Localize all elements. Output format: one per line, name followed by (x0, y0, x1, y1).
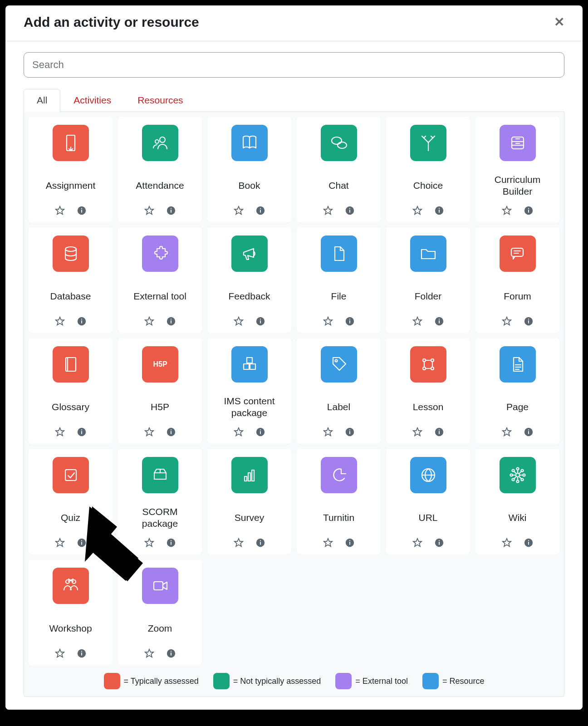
info-icon[interactable] (255, 427, 265, 437)
tab-all[interactable]: All (24, 89, 60, 112)
star-icon[interactable] (144, 538, 154, 548)
info-icon[interactable] (166, 206, 176, 216)
svg-rect-102 (171, 652, 172, 655)
svg-rect-86 (349, 542, 350, 544)
activity-url[interactable]: URL (386, 449, 470, 554)
activity-survey[interactable]: Survey (207, 449, 291, 554)
info-icon[interactable] (434, 427, 444, 437)
star-icon[interactable] (55, 538, 65, 548)
activity-h5p[interactable]: H5P (118, 338, 202, 443)
info-icon[interactable] (77, 206, 87, 216)
star-icon[interactable] (144, 648, 154, 658)
info-icon[interactable] (166, 427, 176, 437)
info-icon[interactable] (345, 206, 355, 216)
activity-label: Survey (234, 502, 265, 533)
activity-grid-container: AssignmentAttendanceBookChatChoiceCurric… (24, 112, 564, 697)
activity-chat[interactable]: Chat (297, 117, 381, 222)
info-icon[interactable] (166, 316, 176, 326)
star-icon[interactable] (234, 316, 244, 326)
info-icon[interactable] (345, 538, 355, 548)
activity-zoom[interactable]: Zoom (118, 559, 202, 665)
activity-book[interactable]: Book (207, 117, 291, 222)
star-icon[interactable] (144, 316, 154, 326)
activity-assignment[interactable]: Assignment (29, 117, 113, 222)
star-icon[interactable] (55, 206, 65, 216)
star-icon[interactable] (234, 538, 244, 548)
svg-rect-82 (260, 542, 261, 544)
star-icon[interactable] (234, 206, 244, 216)
tab-resources[interactable]: Resources (124, 89, 196, 112)
activity-wiki[interactable]: Wiki (475, 449, 559, 554)
info-icon[interactable] (345, 427, 355, 437)
info-icon[interactable] (77, 648, 87, 658)
activity-quiz[interactable]: Quiz (29, 449, 113, 554)
modal-title: Add an activity or resource (24, 15, 199, 30)
star-icon[interactable] (412, 316, 422, 326)
star-icon[interactable] (323, 206, 333, 216)
search-input[interactable] (24, 52, 564, 78)
info-icon[interactable] (166, 538, 176, 548)
info-icon[interactable] (434, 316, 444, 326)
info-icon[interactable] (255, 316, 265, 326)
tab-activities[interactable]: Activities (60, 89, 124, 112)
activity-attendance[interactable]: Attendance (118, 117, 202, 222)
svg-rect-43 (439, 319, 440, 320)
star-icon[interactable] (412, 538, 422, 548)
info-icon[interactable] (255, 206, 265, 216)
svg-marker-12 (323, 206, 332, 214)
star-icon[interactable] (323, 316, 333, 326)
activity-choice[interactable]: Choice (386, 117, 470, 222)
curriculum-icon (500, 125, 536, 161)
legend-label: = Typically assessed (124, 677, 199, 686)
info-icon[interactable] (255, 538, 265, 548)
activity-workshop[interactable]: Workshop (29, 559, 113, 665)
star-icon[interactable] (323, 427, 333, 437)
star-icon[interactable] (55, 648, 65, 658)
activity-lesson[interactable]: Lesson (386, 338, 470, 443)
star-icon[interactable] (502, 538, 512, 548)
star-icon[interactable] (502, 206, 512, 216)
svg-rect-39 (349, 319, 350, 320)
star-icon[interactable] (234, 427, 244, 437)
svg-rect-22 (528, 210, 529, 212)
star-icon[interactable] (144, 427, 154, 437)
info-icon[interactable] (166, 648, 176, 658)
close-icon[interactable]: ✕ (554, 16, 564, 29)
info-icon[interactable] (524, 316, 534, 326)
activity-file[interactable]: File (297, 227, 381, 333)
activity-database[interactable]: Database (29, 227, 113, 333)
star-icon[interactable] (412, 427, 422, 437)
info-icon[interactable] (524, 538, 534, 548)
info-icon[interactable] (77, 538, 87, 548)
info-icon[interactable] (77, 316, 87, 326)
info-icon[interactable] (524, 427, 534, 437)
info-icon[interactable] (524, 206, 534, 216)
activity-feedback[interactable]: Feedback (207, 227, 291, 333)
star-icon[interactable] (55, 427, 65, 437)
svg-rect-31 (171, 319, 172, 320)
activity-ims-content-package[interactable]: IMS content package (207, 338, 291, 443)
activity-scorm-package[interactable]: SCORM package (118, 449, 202, 554)
activity-folder[interactable]: Folder (386, 227, 470, 333)
activity-curriculum-builder[interactable]: Curriculum Builder (475, 117, 559, 222)
info-icon[interactable] (77, 427, 87, 437)
activity-turnitin[interactable]: Turnitin (297, 449, 381, 554)
info-icon[interactable] (434, 206, 444, 216)
star-icon[interactable] (323, 538, 333, 548)
modal-body: AllActivitiesResources AssignmentAttenda… (5, 41, 583, 710)
activity-glossary[interactable]: Glossary (29, 338, 113, 443)
activity-label[interactable]: Label (297, 338, 381, 443)
svg-rect-83 (260, 540, 261, 541)
activity-forum[interactable]: Forum (475, 227, 559, 333)
info-icon[interactable] (434, 538, 444, 548)
activity-page[interactable]: Page (475, 338, 559, 443)
star-icon[interactable] (502, 316, 512, 326)
star-icon[interactable] (55, 316, 65, 326)
activity-label: Database (49, 281, 92, 312)
star-icon[interactable] (502, 427, 512, 437)
star-icon[interactable] (412, 206, 422, 216)
activity-external-tool[interactable]: External tool (118, 227, 202, 333)
star-icon[interactable] (144, 206, 154, 216)
info-icon[interactable] (345, 316, 355, 326)
svg-marker-92 (502, 539, 510, 546)
